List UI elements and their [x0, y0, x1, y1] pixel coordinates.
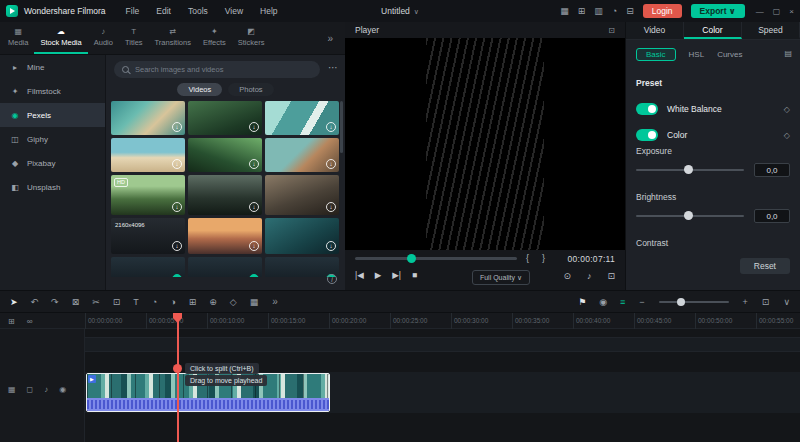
download-icon[interactable]: ↓ [326, 159, 336, 169]
media-tab[interactable]: ⇄ Transitions [149, 22, 197, 54]
download-icon[interactable]: ↓ [249, 159, 259, 169]
mark-out-icon[interactable]: } [542, 253, 545, 263]
lock-track-icon[interactable]: ◻ [27, 385, 34, 394]
volume-icon[interactable]: ♪ [587, 271, 592, 281]
quality-dropdown[interactable]: Full Quality ∨ [472, 270, 530, 285]
redo-icon[interactable]: ↷ [51, 297, 59, 307]
export-button[interactable]: Export ∨ [691, 4, 745, 18]
stock-video-tile[interactable]: ↓ [265, 218, 339, 254]
menu-item[interactable]: File [126, 6, 140, 16]
color-subtab[interactable]: Curves [717, 50, 742, 59]
keyframe-icon[interactable]: ◇ [784, 105, 790, 114]
stock-video-tile[interactable]: ↓ [265, 257, 339, 277]
media-tab[interactable]: ▦ Media [2, 22, 34, 54]
speed-icon[interactable]: ◔ [152, 297, 157, 307]
delete-icon[interactable]: ⊠ [72, 297, 80, 307]
stock-video-tile[interactable]: ↓ [111, 257, 185, 277]
download-icon[interactable]: ↓ [172, 241, 182, 251]
property-tab[interactable]: Color [684, 22, 742, 39]
zoom-in-icon[interactable]: + [743, 297, 748, 307]
maximize-button[interactable]: ▢ [773, 7, 781, 16]
filter-pill[interactable]: Photos [228, 83, 273, 96]
empty-track-lane[interactable] [85, 337, 800, 352]
seek-handle[interactable] [407, 254, 416, 263]
stock-video-tile[interactable]: ↓ [265, 138, 339, 172]
download-icon[interactable]: ↓ [172, 202, 182, 212]
zoom-slider-handle[interactable] [677, 298, 685, 306]
zoom-out-icon[interactable]: − [639, 297, 644, 307]
menu-item[interactable]: Tools [188, 6, 208, 16]
stock-video-tile[interactable]: ↓ [188, 257, 262, 277]
mute-track-icon[interactable]: ♪ [44, 385, 48, 394]
property-tab[interactable]: Video [626, 22, 684, 39]
playhead-line[interactable] [177, 313, 179, 442]
download-icon[interactable]: ↓ [249, 241, 259, 251]
hide-track-icon[interactable]: ◉ [59, 385, 66, 394]
minimize-button[interactable]: — [756, 7, 764, 16]
detach-player-icon[interactable]: ⊡ [608, 26, 615, 35]
login-button[interactable]: Login [643, 4, 682, 18]
adjust-panel-icon[interactable]: ▤ [784, 49, 792, 58]
store-icon[interactable]: ⊟ [626, 6, 634, 16]
filter-pill[interactable]: Videos [177, 83, 222, 96]
mask-icon[interactable]: ▦ [250, 297, 259, 307]
close-button[interactable]: × [789, 7, 794, 16]
download-icon[interactable]: ↓ [326, 241, 336, 251]
sidebar-item[interactable]: ▸ Mine [0, 55, 105, 79]
toggle-switch[interactable] [636, 129, 658, 141]
media-tab[interactable]: ✦ Effects [197, 22, 232, 54]
link-icon[interactable]: ∞ [27, 317, 33, 326]
media-tab[interactable]: ◩ Stickers [232, 22, 271, 54]
undo-icon[interactable]: ↶ [31, 297, 39, 307]
sidebar-item[interactable]: ◉ Pexels [0, 103, 105, 127]
previous-frame-button[interactable]: |◀ [355, 270, 364, 280]
preview-stage[interactable] [345, 38, 625, 250]
sidebar-item[interactable]: ◆ Pixabay [0, 151, 105, 175]
playhead-drag-ball[interactable] [173, 364, 182, 373]
color-icon[interactable]: ◑ [170, 297, 175, 307]
reset-button[interactable]: Reset [740, 258, 790, 274]
media-tab[interactable]: ☁ Stock Media [34, 22, 87, 54]
split-icon[interactable]: ✂ [92, 297, 100, 307]
info-icon[interactable]: i [327, 274, 337, 284]
timeline-ruler[interactable]: ⊞∞ 00:00:00:0000:00:05:0000:00:10:0000:0… [0, 313, 800, 329]
download-icon[interactable]: ↓ [249, 122, 259, 132]
color-subtab[interactable]: HSL [689, 50, 705, 59]
sidebar-item[interactable]: ◫ Giphy [0, 127, 105, 151]
stock-video-tile[interactable]: ↓ [111, 138, 185, 172]
download-icon[interactable]: ↓ [172, 159, 182, 169]
select-tool-icon[interactable]: ➤ [10, 297, 18, 307]
voiceover-icon[interactable]: ◉ [599, 297, 607, 307]
project-menu-icon[interactable]: ∨ [414, 8, 419, 15]
download-icon[interactable]: ↓ [326, 122, 336, 132]
manage-tracks-icon[interactable]: ⊞ [8, 317, 15, 326]
keyframe-icon[interactable]: ◇ [784, 131, 790, 140]
panel-menu-icon[interactable]: ⋯ [328, 62, 339, 73]
marker-icon[interactable]: ⚑ [578, 297, 586, 307]
more-tabs-icon[interactable]: » [327, 33, 333, 44]
stock-video-tile[interactable]: ↓ [188, 138, 262, 172]
slider-value-field[interactable]: 0,0 [754, 209, 790, 223]
timeline-zoom-slider[interactable] [659, 301, 729, 303]
stock-video-tile[interactable]: ↓ [188, 218, 262, 254]
notifications-icon[interactable]: ◔ [612, 6, 617, 16]
more-tools-icon[interactable]: » [272, 296, 278, 307]
media-tab[interactable]: T Titles [119, 22, 149, 54]
crop-icon[interactable]: ⊡ [113, 297, 121, 307]
stock-video-tile[interactable]: 2160x4096 ↓ [111, 218, 185, 254]
seek-track[interactable] [355, 257, 517, 260]
keyframe-icon[interactable]: ◇ [230, 297, 237, 307]
toolbar-chevron-icon[interactable]: ∨ [783, 297, 790, 307]
menu-item[interactable]: Edit [156, 6, 171, 16]
mixer-icon[interactable]: ≡ [620, 297, 625, 307]
media-import-icon[interactable]: ⊞ [578, 6, 586, 16]
mark-in-icon[interactable]: { [526, 253, 529, 263]
download-icon[interactable]: ↓ [249, 202, 259, 212]
snapshot-icon[interactable]: ⊙ [563, 271, 571, 281]
scrollbar-thumb[interactable] [340, 101, 343, 153]
download-icon[interactable]: ↓ [326, 202, 336, 212]
layout-icon[interactable]: ▦ [560, 6, 569, 16]
sidebar-item[interactable]: ◧ Unsplash [0, 175, 105, 199]
download-icon[interactable]: ↓ [249, 274, 259, 277]
property-tab[interactable]: Speed [742, 22, 800, 39]
